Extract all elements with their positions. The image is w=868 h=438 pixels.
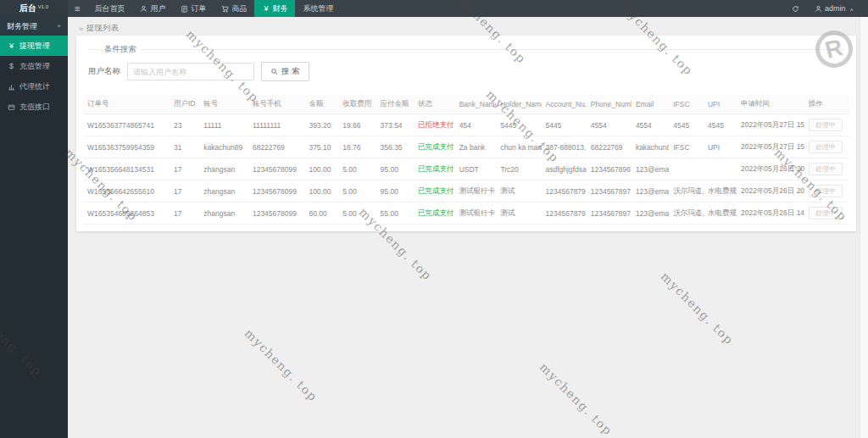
cell-action: 处理中 xyxy=(804,136,849,158)
cell-holder_name: 5445 xyxy=(496,114,541,136)
sidebar-group-finance[interactable]: 财务管理 ∨ xyxy=(0,17,68,36)
search-button[interactable]: 搜 索 xyxy=(261,62,309,81)
navbar-right: admin ∧ xyxy=(784,0,868,17)
cell-fee: 18.76 xyxy=(338,136,376,158)
hamburger-icon: ≡ xyxy=(75,3,80,14)
admin-avatar-icon xyxy=(815,5,822,13)
cell-fee: 5.00 xyxy=(338,202,376,225)
cell-status: 已完成支付 xyxy=(414,180,455,202)
nav-item-label: 商品 xyxy=(231,3,247,14)
processing-button[interactable]: 处理中 xyxy=(809,207,843,219)
cell-payable: 95.00 xyxy=(376,158,414,180)
cell-account_phone: 11111111 xyxy=(248,114,304,136)
sidebar-toggle[interactable]: ≡ xyxy=(68,0,86,17)
status-badge: 已完成支付 xyxy=(418,142,454,151)
sidebar-item-withdraw[interactable]: ¥提现管理 xyxy=(0,36,68,56)
processing-button[interactable]: 处理中 xyxy=(809,163,843,175)
cell-amount: 375.10 xyxy=(304,136,338,158)
cell-bank_name: 测试银行卡 xyxy=(455,180,497,202)
main-content: » 提现列表 条件搜索 用户名称 搜 索 订单号用户ID xyxy=(68,17,868,438)
cell-apply_time: 2022年05月26日 20:01:21 xyxy=(737,158,804,180)
sidebar-item-recharge[interactable]: $充值管理 xyxy=(0,56,68,76)
app-version: V1.0 xyxy=(38,4,48,9)
withdraw-table: 订单号用户ID账号账号手机金额收取费用应付金额状态Bank_NameHolder… xyxy=(83,95,849,225)
column-header: 收取费用 xyxy=(338,95,376,114)
nav-item-finance[interactable]: ¥财务 xyxy=(254,0,295,17)
nav-item-home[interactable]: 后台首页 xyxy=(86,0,132,17)
cell-payable: 55.00 xyxy=(376,202,414,225)
sidebar-items: ¥提现管理$充值管理代理统计充值接口 xyxy=(0,36,68,117)
cell-upi xyxy=(704,158,737,180)
cell-upi: UPI xyxy=(704,136,737,158)
cell-user_id: 17 xyxy=(170,202,199,225)
status-badge: 已完成支付 xyxy=(418,186,454,195)
nav-item-label: 财务 xyxy=(272,3,287,14)
cell-ifsc xyxy=(669,158,704,180)
chevron-down-icon: ∨ xyxy=(57,24,61,29)
cell-apply_time: 2022年05月27日 15:46:39 xyxy=(737,136,804,158)
nav-item-label: 用户 xyxy=(150,3,165,14)
sidebar-item-recharge-api[interactable]: 充值接口 xyxy=(0,97,68,117)
cell-email: 123@email.c... xyxy=(632,180,669,202)
cell-payable: 356.35 xyxy=(376,136,414,158)
table-row: W16536375995435931kakachun8968222769375.… xyxy=(83,136,849,158)
processing-button[interactable]: 处理中 xyxy=(809,141,843,153)
cell-account_number: 387-888013... xyxy=(542,136,587,158)
column-header: 状态 xyxy=(414,95,455,114)
cell-order_no: W165363774865741 xyxy=(83,114,170,136)
column-header: IFSC xyxy=(669,95,704,114)
cell-account: zhangsan xyxy=(199,158,248,180)
finance-nav-icon: ¥ xyxy=(262,5,270,13)
nav-item-user[interactable]: 用户 xyxy=(132,0,173,17)
refresh-button[interactable] xyxy=(784,0,807,17)
cell-holder_name: Trc20 xyxy=(496,158,541,180)
cell-fee: 19.66 xyxy=(338,114,376,136)
table-row: W16535664265561017zhangsan12345678099100… xyxy=(83,180,849,202)
cell-account_phone: 12345678099 xyxy=(248,158,304,180)
registered-letter: R xyxy=(822,34,845,64)
column-header: 账号 xyxy=(199,95,248,114)
app-logo: 后台V1.0 xyxy=(0,0,68,17)
admin-username: admin xyxy=(825,4,846,13)
status-badge: 已拒绝支付 xyxy=(418,120,454,129)
processing-button[interactable]: 处理中 xyxy=(809,185,843,197)
recharge-api-icon xyxy=(8,103,15,111)
cell-order_no: W165356642655610 xyxy=(83,180,170,202)
column-header: 应付金额 xyxy=(376,95,414,114)
user-dropdown[interactable]: admin ∧ xyxy=(807,0,861,17)
cell-account: 11111 xyxy=(199,114,248,136)
nav-item-label: 订单 xyxy=(191,3,206,14)
cell-user_id: 23 xyxy=(170,114,199,136)
nav-item-system[interactable]: 系统管理 xyxy=(295,0,341,17)
nav-item-label: 后台首页 xyxy=(94,3,125,14)
cell-fee: 5.00 xyxy=(338,180,376,202)
column-header: Account_Nu... xyxy=(542,95,587,114)
withdraw-list-card: 条件搜索 用户名称 搜 索 订单号用户ID账号账号手机金额收取费用应付金额状态B… xyxy=(76,36,856,231)
column-header: 申请时间 xyxy=(737,95,804,114)
username-input[interactable] xyxy=(127,63,254,80)
column-header: 账号手机 xyxy=(248,95,304,114)
nav-item-order[interactable]: 订单 xyxy=(173,0,214,17)
cell-status: 已完成支付 xyxy=(414,136,455,158)
search-icon xyxy=(270,68,278,75)
cell-ifsc: 沃尔玛道具a xyxy=(669,180,704,202)
top-navbar: 后台V1.0 ≡ 后台首页用户订单商品¥财务系统管理 admin ∧ xyxy=(0,0,868,17)
processing-button[interactable]: 处理中 xyxy=(809,119,843,131)
cell-amount: 100.00 xyxy=(304,158,338,180)
nav-item-goods[interactable]: 商品 xyxy=(214,0,254,17)
search-form: 用户名称 搜 索 xyxy=(88,62,844,81)
cell-bank_name: USDT xyxy=(455,158,497,180)
table-body: W165363774865741231111111111111393.2019.… xyxy=(83,114,849,225)
cell-phone_number: 1234567897 xyxy=(587,180,632,202)
cell-apply_time: 2022年05月26日 14:34:52 xyxy=(737,202,804,225)
search-button-label: 搜 索 xyxy=(281,66,300,77)
cell-account_phone: 12345678099 xyxy=(248,180,304,202)
sidebar-item-agent-stats[interactable]: 代理统计 xyxy=(0,76,68,97)
breadcrumb-label: 提现列表 xyxy=(86,23,119,34)
status-badge: 已完成支付 xyxy=(418,208,454,217)
cell-account: kakachun89 xyxy=(199,136,248,158)
scrollbar-track[interactable] xyxy=(860,17,868,438)
nav-menu: 后台首页用户订单商品¥财务系统管理 xyxy=(86,0,341,17)
cell-account_phone: 68222769 xyxy=(248,136,304,158)
sidebar-item-label: 提现管理 xyxy=(19,41,50,52)
